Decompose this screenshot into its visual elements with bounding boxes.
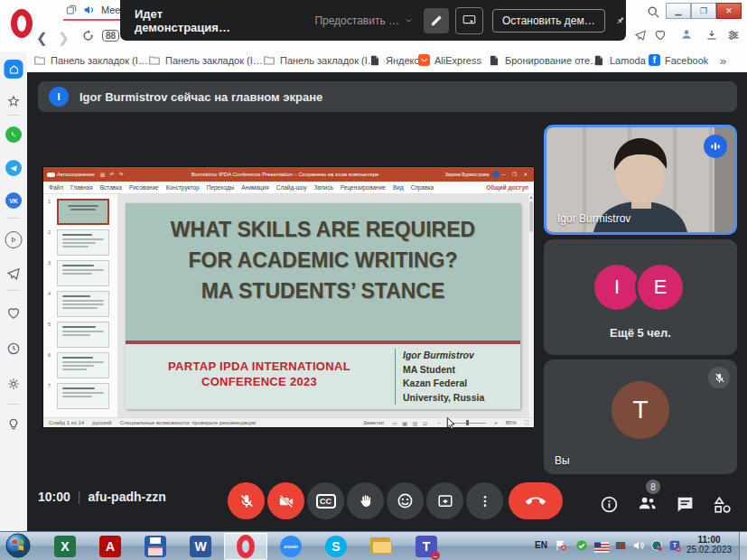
video-tile-speaker[interactable]: Igor Burmistrov xyxy=(544,125,737,235)
history-clock-icon[interactable] xyxy=(6,341,21,356)
forward-button[interactable]: ❯ xyxy=(58,30,70,46)
taskbar-explorer[interactable] xyxy=(359,533,403,560)
restore-button[interactable]: ❐ xyxy=(691,3,716,19)
taskbar-save-app[interactable] xyxy=(134,533,177,560)
ppt-menu-insert[interactable]: Вставка xyxy=(100,184,122,191)
ppt-menu-transitions[interactable]: Переходы xyxy=(207,184,235,191)
bookmarks-star-icon[interactable] xyxy=(7,95,20,107)
my-flow-icon[interactable] xyxy=(6,266,21,281)
ppt-menu-animations[interactable]: Анимация xyxy=(241,184,269,191)
bookmark-lamoda[interactable]: Lamoda xyxy=(593,54,646,67)
bookmarks-overflow[interactable]: » xyxy=(720,54,726,68)
camera-off-button[interactable] xyxy=(267,482,304,519)
ppt-menu-record[interactable]: Запись xyxy=(313,184,332,191)
start-button[interactable] xyxy=(5,532,32,560)
fit-slide-button[interactable]: ⛶ xyxy=(525,420,528,426)
easy-setup-sliders-icon[interactable] xyxy=(727,29,740,42)
slide-thumbnail[interactable]: 2 xyxy=(43,228,117,258)
present-dropdown[interactable]: Предоставить … xyxy=(314,14,413,27)
ppt-menu-review[interactable]: Рецензирование xyxy=(341,184,386,191)
speed-dial-button[interactable] xyxy=(5,60,23,79)
bookmark-facebook[interactable]: fFacebook xyxy=(649,54,708,66)
mic-off-button[interactable] xyxy=(228,482,265,519)
taskbar-teams[interactable]: T– xyxy=(405,533,448,560)
bookmark-folder[interactable]: Панель закладок (I… xyxy=(148,54,263,67)
tab-audio-icon[interactable] xyxy=(83,4,96,16)
chat-button[interactable] xyxy=(676,495,695,514)
ppt-window-controls[interactable]: ─ ❐ ✕ xyxy=(502,172,531,177)
tray-teams-icon[interactable]: T xyxy=(668,539,681,555)
search-icon[interactable] xyxy=(647,5,660,19)
autosave-toggle[interactable] xyxy=(47,173,55,177)
tray-language[interactable]: EN xyxy=(535,540,547,550)
profile-avatar-icon[interactable] xyxy=(680,28,693,41)
people-button[interactable]: 8 xyxy=(637,492,658,517)
show-desktop-button[interactable] xyxy=(739,532,747,560)
select-screen-button[interactable] xyxy=(455,7,482,34)
tray-check-icon[interactable] xyxy=(575,539,588,555)
ppt-menu-draw[interactable]: Рисование xyxy=(129,184,159,191)
tab-counter[interactable]: 88 xyxy=(102,30,119,42)
flow-send-icon[interactable] xyxy=(634,29,647,42)
present-now-button[interactable] xyxy=(426,482,463,519)
bookmark-aliexpress[interactable]: AliExpress xyxy=(418,54,481,66)
more-options-button[interactable] xyxy=(466,482,503,519)
ppt-menu-home[interactable]: Главная xyxy=(70,184,93,191)
slide-thumbnail[interactable]: 1 xyxy=(43,197,117,228)
tray-clock[interactable]: 11:00 25.02.2023 xyxy=(683,535,735,555)
accessibility-status[interactable]: Специальные возможности: проверьте реком… xyxy=(120,420,256,425)
self-video-tile[interactable]: T Вы xyxy=(544,359,737,474)
taskbar-skype[interactable]: S xyxy=(314,533,358,560)
personal-news-heart-icon[interactable] xyxy=(6,306,21,321)
tray-flag-icon[interactable] xyxy=(555,539,567,555)
taskbar-excel[interactable]: X xyxy=(43,533,87,560)
bookmark-yandex[interactable]: Яндекс xyxy=(369,54,419,67)
slide-thumbnail[interactable]: 7 xyxy=(43,381,117,412)
captions-button[interactable]: CC xyxy=(307,482,344,519)
reload-button[interactable] xyxy=(81,29,95,46)
zoom-level[interactable]: 85% xyxy=(506,420,517,425)
easy-setup-bulb-icon[interactable] xyxy=(6,417,21,432)
shared-screen-powerpoint[interactable]: Автосохранение ▤ ↶ ↷ Burmistrov IPDA Con… xyxy=(43,167,534,427)
ppt-menu-help[interactable]: Справка xyxy=(411,184,434,191)
download-icon[interactable] xyxy=(705,29,718,42)
bookmark-folder[interactable]: Панель закладок (I… xyxy=(263,54,378,67)
more-participants-tile[interactable]: I E Ещё 5 чел. xyxy=(544,239,737,355)
taskbar-zoom[interactable]: zoom xyxy=(269,533,313,560)
info-button[interactable] xyxy=(600,495,619,514)
taskbar-acrobat[interactable]: A xyxy=(89,533,132,560)
tray-record-icon[interactable] xyxy=(614,539,627,555)
slide-thumbnail[interactable]: 6 xyxy=(43,350,117,381)
ppt-share-button[interactable]: Общий доступ xyxy=(486,184,528,191)
ppt-menu-design[interactable]: Конструктор xyxy=(166,184,200,191)
stop-sharing-button[interactable]: Остановить дем… xyxy=(492,9,605,33)
slide-thumbnail[interactable]: 3 xyxy=(43,258,117,289)
ppt-scrollbar[interactable]: ▲ xyxy=(528,194,534,417)
taskbar-word[interactable]: W xyxy=(179,533,222,560)
slide-thumbnail[interactable]: 4 xyxy=(43,289,117,320)
bookmark-booking[interactable]: Бронирование оте… xyxy=(488,54,600,67)
raise-hand-button[interactable] xyxy=(347,482,384,519)
activities-button[interactable] xyxy=(713,495,733,515)
ppt-menu-view[interactable]: Вид xyxy=(393,184,404,191)
language-indicator[interactable]: русский xyxy=(92,420,112,425)
heart-icon[interactable] xyxy=(654,29,667,42)
zoom-in-button[interactable]: + xyxy=(494,420,498,425)
end-call-button[interactable] xyxy=(509,482,563,519)
settings-gear-icon[interactable] xyxy=(6,377,21,391)
vk-button[interactable]: VK xyxy=(5,192,22,209)
ppt-menu-file[interactable]: Файл xyxy=(49,184,63,191)
tray-q-app-icon[interactable] xyxy=(650,539,663,555)
pin-icon[interactable] xyxy=(614,14,626,27)
opera-menu-button[interactable] xyxy=(11,9,33,38)
minimize-button[interactable]: ▁ xyxy=(666,3,691,19)
annotate-pen-button[interactable] xyxy=(424,8,449,33)
bookmark-folder[interactable]: Панель закладок (I… xyxy=(33,54,148,67)
notes-button[interactable]: Заметки xyxy=(363,420,384,425)
player-button[interactable] xyxy=(5,231,23,248)
ppt-menu-slideshow[interactable]: Слайд-шоу xyxy=(276,184,307,191)
tray-volume-icon[interactable] xyxy=(632,539,645,555)
reactions-button[interactable] xyxy=(387,482,424,519)
slide-thumbnail[interactable]: 5 xyxy=(43,320,117,350)
taskbar-opera-active[interactable] xyxy=(224,533,267,560)
